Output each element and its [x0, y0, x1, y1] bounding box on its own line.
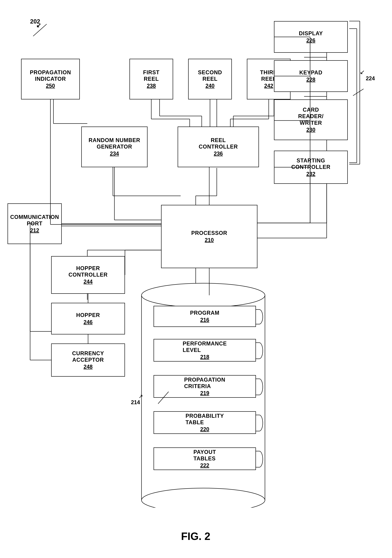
- diagram: 202 ↙ PROPAGATIONINDICATOR 250 FIRSTREEL…: [0, 0, 392, 558]
- comm-port-num: 212: [30, 227, 39, 234]
- db-probability-label: PROBABILITYTABLE: [186, 413, 224, 426]
- first-reel-box: FIRSTREEL 238: [129, 59, 173, 99]
- card-reader-num: 230: [306, 127, 315, 133]
- propagation-indicator-num: 250: [46, 83, 55, 89]
- hopper-controller-box: HOPPERCONTROLLER 244: [51, 256, 125, 294]
- figure-label: FIG. 2: [158, 530, 233, 542]
- db-program: PROGRAM 216: [143, 301, 266, 331]
- keypad-box: KEYPAD 228: [274, 60, 348, 92]
- reel-controller-label: REELCONTROLLER: [199, 137, 238, 150]
- starting-controller-num: 232: [306, 171, 315, 177]
- reel-controller-box: REELCONTROLLER 236: [178, 127, 259, 167]
- starting-controller-label: STARTINGCONTROLLER: [291, 157, 330, 170]
- db-performance-num: 218: [200, 354, 209, 360]
- hopper-controller-label: HOPPERCONTROLLER: [68, 265, 108, 278]
- processor-num: 210: [205, 237, 214, 243]
- db-performance-level: PERFORMANCELEVEL 218: [143, 334, 266, 366]
- first-reel-num: 238: [147, 83, 156, 89]
- hopper-num: 246: [84, 319, 93, 325]
- currency-acceptor-box: CURRENCYACCEPTOR 248: [51, 343, 125, 377]
- rng-num: 234: [110, 150, 119, 157]
- propagation-indicator-label: PROPAGATIONINDICATOR: [30, 69, 71, 82]
- rng-box: RANDOM NUMBERGENERATOR 234: [81, 127, 147, 167]
- db-arrow: ↗: [138, 393, 143, 400]
- display-label: DISPLAY: [299, 30, 323, 37]
- processor-box: PROCESSOR 210: [161, 205, 257, 268]
- hopper-controller-num: 244: [84, 279, 93, 285]
- hopper-box: HOPPER 246: [51, 303, 125, 334]
- rng-label: RANDOM NUMBERGENERATOR: [89, 137, 140, 150]
- hopper-label: HOPPER: [76, 312, 100, 318]
- second-reel-label: SECONDREEL: [198, 69, 222, 82]
- display-box: DISPLAY 226: [274, 21, 348, 53]
- db-payout-num: 222: [200, 462, 209, 469]
- db-id: 214: [131, 399, 140, 406]
- currency-acceptor-label: CURRENCYACCEPTOR: [72, 350, 104, 363]
- propagation-indicator-box: PROPAGATIONINDICATOR 250: [21, 59, 80, 99]
- db-probability-table: PROBABILITYTABLE 220: [143, 407, 266, 438]
- starting-controller-box: STARTINGCONTROLLER 232: [274, 151, 348, 184]
- card-reader-box: CARDREADER/WRITER 230: [274, 99, 348, 140]
- processor-label: PROCESSOR: [191, 230, 227, 236]
- second-reel-box: SECONDREEL 240: [188, 59, 232, 99]
- db-propagation-label: PROPAGATIONCRITERIA: [184, 376, 225, 389]
- display-num: 226: [306, 37, 315, 44]
- third-reel-num: 242: [264, 83, 273, 89]
- reel-controller-num: 236: [214, 150, 223, 157]
- second-reel-num: 240: [205, 83, 214, 89]
- comm-port-box: COMMUNICATIONPORT 212: [8, 203, 62, 244]
- db-propagation-criteria: PROPAGATIONCRITERIA 219: [143, 371, 266, 402]
- diagram-arrow: ↙: [36, 22, 41, 29]
- currency-acceptor-num: 248: [84, 364, 93, 370]
- card-reader-label: CARDREADER/WRITER: [298, 106, 324, 126]
- keypad-label: KEYPAD: [299, 69, 322, 76]
- first-reel-label: FIRSTREEL: [143, 69, 160, 82]
- comm-port-label: COMMUNICATIONPORT: [10, 214, 59, 227]
- keypad-num: 228: [306, 77, 315, 83]
- display-group-bracket: [348, 20, 372, 166]
- db-payout-label: PAYOUTTABLES: [193, 449, 216, 462]
- db-probability-num: 220: [200, 426, 209, 433]
- db-payout-tables: PAYOUTTABLES 222: [143, 443, 266, 475]
- db-propagation-num: 219: [200, 390, 209, 396]
- db-program-label: PROGRAM: [190, 310, 220, 316]
- db-program-num: 216: [200, 317, 209, 323]
- db-performance-label: PERFORMANCELEVEL: [183, 340, 227, 353]
